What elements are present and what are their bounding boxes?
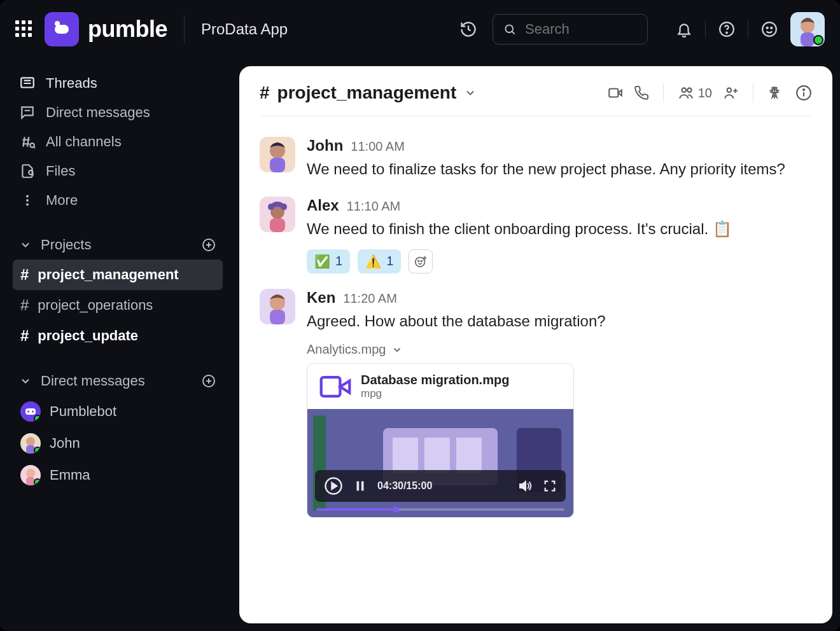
chevron-down-icon	[19, 239, 32, 251]
svg-point-33	[27, 411, 29, 413]
workspace-switcher[interactable]: ProData App	[201, 20, 288, 38]
channel-name: project_management	[277, 83, 457, 103]
divider	[663, 83, 664, 102]
sidebar-item-direct-messages[interactable]: Direct messages	[13, 98, 223, 127]
pause-icon[interactable]	[353, 479, 367, 493]
section-label: Projects	[41, 237, 91, 253]
add-circle-icon[interactable]	[201, 237, 216, 253]
sidebar-item-threads[interactable]: Threads	[13, 69, 223, 98]
channel-label: project_operations	[38, 297, 153, 314]
more-icon	[19, 192, 36, 209]
sidebar-item-more[interactable]: More	[13, 186, 223, 215]
svg-point-56	[416, 257, 425, 267]
svg-point-41	[682, 88, 686, 92]
svg-point-8	[771, 27, 772, 29]
svg-rect-75	[361, 482, 364, 491]
presence-dot	[813, 35, 823, 45]
divider	[748, 20, 748, 38]
help-icon[interactable]	[715, 17, 739, 41]
message-time: 11:10 AM	[347, 199, 401, 214]
notifications-icon[interactable]	[672, 17, 696, 41]
reaction-warning[interactable]: ⚠️ 1	[358, 249, 401, 274]
pin-icon[interactable]	[767, 86, 781, 100]
video-progress[interactable]	[316, 508, 564, 511]
add-circle-icon[interactable]	[201, 373, 216, 389]
section-direct-messages[interactable]: Direct messages	[13, 364, 223, 396]
video-call-icon[interactable]	[607, 85, 624, 101]
dm-icon	[19, 104, 36, 121]
svg-rect-74	[357, 482, 360, 491]
sidebar-item-files[interactable]: Files	[13, 156, 223, 186]
svg-point-35	[26, 437, 35, 446]
chevron-down-icon	[391, 344, 403, 356]
section-projects[interactable]: Projects	[13, 228, 223, 260]
file-info: Database migration.mpg mpg	[307, 364, 573, 409]
svg-line-3	[512, 32, 515, 34]
avatar[interactable]	[260, 197, 295, 232]
search-input[interactable]	[525, 21, 637, 38]
channel-project-update[interactable]: # project_update	[13, 321, 223, 351]
svg-rect-69	[456, 438, 482, 473]
apps-grid-icon[interactable]	[15, 20, 33, 38]
emoji-icon[interactable]	[757, 17, 781, 41]
play-icon[interactable]	[324, 476, 343, 496]
message-time: 11:00 AM	[351, 139, 405, 154]
svg-rect-68	[424, 438, 450, 473]
video-preview[interactable]: 04:30/15:00	[307, 409, 573, 517]
info-icon[interactable]	[795, 85, 812, 101]
video-time: 04:30/15:00	[377, 480, 432, 492]
dm-pumblebot[interactable]: Pumblebot	[13, 396, 223, 427]
logo[interactable]: pumble	[45, 12, 167, 46]
user-avatar[interactable]	[790, 12, 825, 46]
avatar[interactable]	[260, 137, 295, 172]
hash-icon: #	[20, 296, 29, 314]
svg-marker-64	[340, 380, 349, 392]
chevron-down-icon	[19, 375, 32, 387]
search-box[interactable]	[493, 14, 648, 45]
fullscreen-icon[interactable]	[543, 479, 557, 493]
dm-label: John	[50, 435, 80, 452]
volume-icon[interactable]	[517, 478, 533, 494]
channel-project-operations[interactable]: # project_operations	[13, 290, 223, 321]
search-icon	[503, 22, 516, 37]
history-icon[interactable]	[456, 17, 481, 42]
section-label: Direct messages	[41, 373, 145, 389]
svg-point-25	[26, 204, 29, 206]
reaction-check[interactable]: ✅ 1	[307, 249, 350, 274]
hash-icon: #	[20, 266, 29, 284]
members-number: 10	[698, 86, 712, 101]
svg-point-21	[29, 170, 32, 175]
add-reaction-button[interactable]	[409, 249, 433, 274]
channel-title[interactable]: # project_management	[260, 83, 477, 103]
avatar	[20, 465, 41, 485]
dm-emma[interactable]: Emma	[13, 459, 223, 491]
message-author: Alex	[307, 197, 339, 214]
svg-point-55	[281, 204, 287, 210]
svg-rect-39	[609, 89, 618, 97]
members-count[interactable]: 10	[678, 85, 712, 101]
svg-rect-32	[25, 408, 36, 415]
channel-project-management[interactable]: # project_management	[13, 260, 223, 290]
sidebar-item-label: All channels	[46, 134, 122, 150]
svg-marker-76	[520, 482, 526, 490]
phone-call-icon[interactable]	[634, 85, 649, 101]
avatar[interactable]	[260, 289, 295, 324]
svg-rect-51	[270, 158, 285, 172]
svg-point-5	[726, 32, 727, 34]
message-author: Ken	[307, 289, 335, 307]
svg-rect-53	[270, 218, 285, 232]
presence-dot	[34, 478, 41, 485]
file-card[interactable]: Database migration.mpg mpg	[307, 363, 574, 518]
sidebar-item-label: Threads	[46, 75, 97, 92]
reactions: ✅ 1 ⚠️ 1	[307, 249, 812, 274]
add-reaction-icon	[414, 254, 428, 268]
svg-rect-1	[55, 21, 60, 26]
reaction-count: 1	[335, 254, 342, 268]
hash-icon: #	[20, 327, 29, 345]
attachment-name: Analytics.mpg	[307, 342, 386, 357]
sidebar-item-all-channels[interactable]: All channels	[13, 127, 223, 156]
add-member-icon[interactable]	[722, 85, 739, 101]
attachment-header[interactable]: Analytics.mpg	[307, 342, 812, 357]
divider	[753, 83, 753, 102]
dm-john[interactable]: John	[13, 427, 223, 459]
